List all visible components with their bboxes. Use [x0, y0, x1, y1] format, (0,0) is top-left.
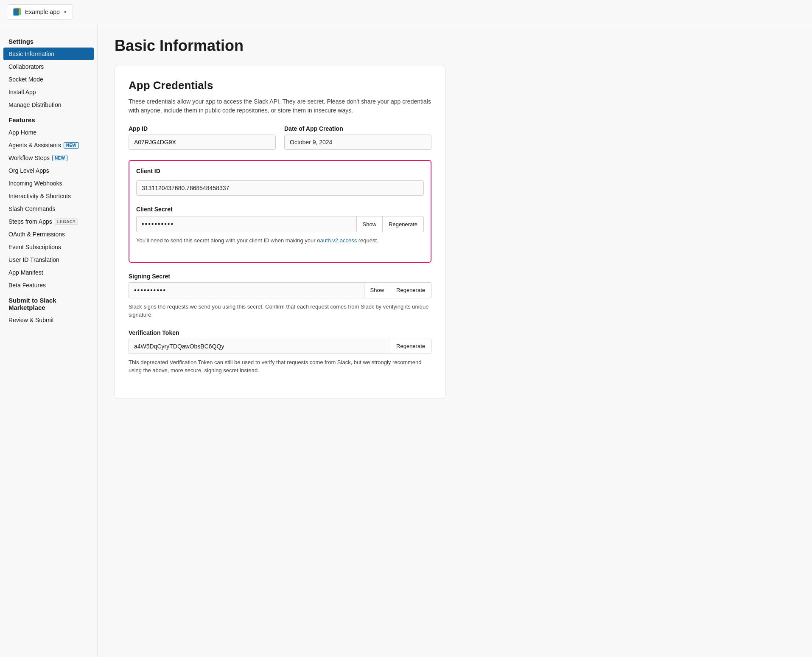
- sidebar-label-interactivity-shortcuts: Interactivity & Shortcuts: [8, 193, 71, 199]
- signing-secret-input[interactable]: [129, 282, 364, 298]
- sidebar-item-basic-information[interactable]: Basic Information: [3, 48, 94, 60]
- sidebar-label-slash-commands: Slash Commands: [8, 205, 56, 212]
- verification-token-group: Verification Token Regenerate This depre…: [129, 329, 431, 375]
- sidebar-label-event-subscriptions: Event Subscriptions: [8, 244, 61, 250]
- sidebar-item-socket-mode[interactable]: Socket Mode: [0, 73, 97, 86]
- main-content: Basic Information App Credentials These …: [98, 24, 812, 657]
- verification-token-input-row: Regenerate: [129, 339, 431, 354]
- app-id-input[interactable]: [129, 135, 276, 150]
- date-group: Date of App Creation: [284, 125, 431, 150]
- sidebar-label-manage-distribution: Manage Distribution: [8, 101, 62, 108]
- settings-section-title: Settings: [0, 33, 97, 48]
- client-secret-label: Client Secret: [136, 206, 424, 213]
- sidebar-label-socket-mode: Socket Mode: [8, 76, 43, 83]
- app-selector[interactable]: Example app ▼: [7, 4, 73, 20]
- app-id-date-row: App ID Date of App Creation: [129, 125, 431, 150]
- sidebar-label-review-submit: Review & Submit: [8, 317, 54, 323]
- app-name: Example app: [25, 8, 60, 15]
- sidebar-item-event-subscriptions[interactable]: Event Subscriptions: [0, 241, 97, 253]
- sidebar-item-agents-assistants[interactable]: Agents & Assistants NEW: [0, 139, 97, 152]
- sidebar-label-org-level-apps: Org Level Apps: [8, 167, 49, 174]
- verification-token-input[interactable]: [129, 339, 390, 354]
- signing-secret-group: Signing Secret Show Regenerate Slack sig…: [129, 273, 431, 319]
- verification-token-regenerate-button[interactable]: Regenerate: [390, 339, 431, 354]
- sidebar-item-interactivity-shortcuts[interactable]: Interactivity & Shortcuts: [0, 190, 97, 202]
- sidebar-label-oauth-permissions: OAuth & Permissions: [8, 231, 65, 238]
- layout: Settings Basic Information Collaborators…: [0, 24, 812, 657]
- sidebar-item-app-manifest[interactable]: App Manifest: [0, 266, 97, 279]
- signing-secret-label: Signing Secret: [129, 273, 170, 280]
- features-section-title: Features: [0, 111, 97, 126]
- sidebar-label-app-manifest: App Manifest: [8, 269, 43, 276]
- sidebar-item-user-id-translation[interactable]: User ID Translation: [0, 253, 97, 266]
- date-label: Date of App Creation: [284, 125, 431, 132]
- client-id-input[interactable]: [136, 180, 424, 196]
- sidebar-item-workflow-steps[interactable]: Workflow Steps NEW: [0, 152, 97, 164]
- app-id-group: App ID: [129, 125, 276, 150]
- sidebar-item-org-level-apps[interactable]: Org Level Apps: [0, 164, 97, 177]
- client-secret-hint: You'll need to send this secret along wi…: [136, 236, 424, 245]
- client-secret-group: Client Secret Show Regenerate You'll nee…: [136, 206, 424, 245]
- sidebar: Settings Basic Information Collaborators…: [0, 24, 98, 657]
- sidebar-item-steps-from-apps[interactable]: Steps from Apps LEGACY: [0, 215, 97, 228]
- sidebar-label-basic-information: Basic Information: [8, 51, 54, 57]
- card-title: App Credentials: [129, 79, 431, 92]
- sidebar-item-manage-distribution[interactable]: Manage Distribution: [0, 98, 97, 111]
- sidebar-label-user-id-translation: User ID Translation: [8, 256, 59, 263]
- app-icon: [12, 7, 22, 17]
- app-credentials-card: App Credentials These credentials allow …: [115, 65, 445, 399]
- client-id-label: Client ID: [136, 168, 424, 174]
- sidebar-label-app-home: App Home: [8, 129, 36, 136]
- sidebar-label-workflow-steps: Workflow Steps: [8, 154, 50, 161]
- sidebar-label-steps-from-apps: Steps from Apps: [8, 218, 52, 225]
- sidebar-item-review-submit[interactable]: Review & Submit: [0, 314, 97, 326]
- sidebar-item-oauth-permissions[interactable]: OAuth & Permissions: [0, 228, 97, 241]
- top-bar: Example app ▼: [0, 0, 812, 24]
- signing-secret-regenerate-button[interactable]: Regenerate: [390, 282, 431, 298]
- app-id-label: App ID: [129, 125, 276, 132]
- oauth-access-link[interactable]: oauth.v2.access: [317, 237, 357, 244]
- signing-secret-show-button[interactable]: Show: [364, 282, 391, 298]
- client-secret-hint-suffix: request.: [357, 237, 378, 244]
- signing-secret-hint: Slack signs the requests we send you usi…: [129, 303, 431, 319]
- client-secret-show-button[interactable]: Show: [356, 216, 383, 232]
- sidebar-item-incoming-webhooks[interactable]: Incoming Webhooks: [0, 177, 97, 190]
- sidebar-label-agents-assistants: Agents & Assistants: [8, 142, 61, 149]
- signing-secret-input-row: Show Regenerate: [129, 282, 431, 298]
- chevron-down-icon: ▼: [63, 10, 67, 14]
- sidebar-item-app-home[interactable]: App Home: [0, 126, 97, 139]
- badge-new-agents: NEW: [64, 142, 79, 149]
- client-id-group: Client ID: [136, 168, 424, 196]
- client-secret-hint-prefix: You'll need to send this secret along wi…: [136, 237, 317, 244]
- client-secret-regenerate-button[interactable]: Regenerate: [383, 216, 424, 232]
- sidebar-item-slash-commands[interactable]: Slash Commands: [0, 202, 97, 215]
- card-description: These credentials allow your app to acce…: [129, 97, 431, 115]
- verification-token-label: Verification Token: [129, 329, 179, 336]
- client-secret-input[interactable]: [136, 216, 356, 232]
- sidebar-item-collaborators[interactable]: Collaborators: [0, 60, 97, 73]
- verification-token-hint: This deprecated Verification Token can s…: [129, 358, 431, 375]
- sidebar-label-beta-features: Beta Features: [8, 282, 46, 289]
- badge-legacy-steps: LEGACY: [55, 219, 78, 225]
- submit-section-title: Submit to Slack Marketplace: [0, 292, 97, 314]
- sidebar-item-beta-features[interactable]: Beta Features: [0, 279, 97, 292]
- svg-rect-3: [14, 8, 19, 15]
- client-credentials-section: Client ID Client Secret Show Regenerate …: [129, 160, 431, 263]
- page-title: Basic Information: [115, 37, 795, 55]
- client-secret-input-row: Show Regenerate: [136, 216, 424, 232]
- sidebar-label-install-app: Install App: [8, 89, 36, 95]
- date-input[interactable]: [284, 135, 431, 150]
- sidebar-label-incoming-webhooks: Incoming Webhooks: [8, 180, 62, 187]
- sidebar-item-install-app[interactable]: Install App: [0, 86, 97, 98]
- badge-new-workflow: NEW: [52, 155, 67, 161]
- sidebar-label-collaborators: Collaborators: [8, 63, 44, 70]
